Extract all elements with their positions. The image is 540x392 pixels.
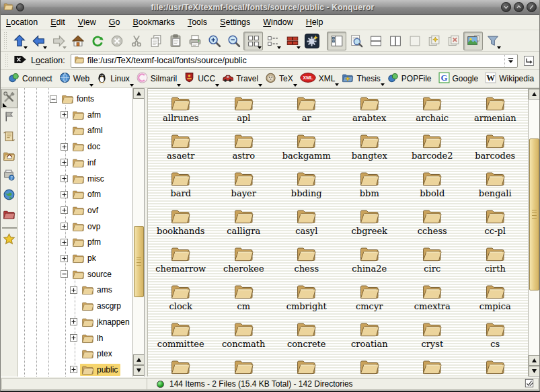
list-view-caret[interactable]: [277, 46, 281, 49]
bookmark-popfile[interactable]: POPFile: [385, 71, 435, 87]
location-input[interactable]: file:/usr/TeX/texmf-local/fonts/source/p…: [87, 56, 502, 65]
status-marker-icon[interactable]: [525, 379, 534, 390]
folder-asaetr[interactable]: asaetr: [149, 129, 213, 167]
tree-expander-plus[interactable]: [61, 175, 68, 182]
icon-view-caret[interactable]: [258, 46, 262, 49]
bookmark-tex[interactable]: TeX: [263, 71, 297, 87]
tree-item-source[interactable]: source: [18, 266, 132, 282]
folder-barcode2[interactable]: barcode2: [401, 129, 464, 167]
tree-item-ptex[interactable]: ptex: [18, 346, 132, 362]
folder-cbgreek[interactable]: cbgreek: [338, 204, 401, 242]
split-view-left-right-button[interactable]: [385, 32, 405, 50]
tree-item-body[interactable]: misc: [71, 173, 107, 185]
up-button[interactable]: [9, 32, 29, 50]
minimize-button[interactable]: [501, 2, 511, 12]
scroll-down-arrow[interactable]: [529, 366, 539, 377]
close-button[interactable]: [527, 2, 537, 12]
scroll-up-arrow[interactable]: [133, 88, 145, 99]
sidebar-tab-services[interactable]: ♪: [1, 167, 17, 186]
sidebar-tab-bookmarks-star[interactable]: [1, 231, 17, 250]
tree-expander-plus[interactable]: [70, 318, 77, 325]
tree-item-body[interactable]: afm: [71, 109, 104, 121]
folder-clock[interactable]: clock: [149, 280, 213, 317]
folder-committee[interactable]: committee: [149, 317, 213, 355]
cut-button[interactable]: [126, 32, 146, 50]
tree-item-public[interactable]: public: [18, 362, 132, 377]
tree-item-ovf[interactable]: ovf: [18, 202, 132, 219]
tree-expander-plus[interactable]: [61, 111, 68, 118]
bookmark-thesis[interactable]: Thesis: [340, 71, 383, 86]
tree-item-inf[interactable]: inf: [18, 155, 132, 171]
main-scrollbar-thumb[interactable]: [529, 139, 539, 290]
konqueror-gear-icon[interactable]: [302, 32, 321, 50]
bookmark-ucc[interactable]: UCC: [182, 71, 219, 87]
folder-bookhands[interactable]: bookhands: [149, 204, 213, 242]
tree-item-body[interactable]: ptex: [80, 348, 115, 360]
folder-bbold[interactable]: bbold: [401, 167, 464, 204]
forward-dropdown-caret[interactable]: [63, 46, 67, 49]
folder-bbm[interactable]: bbm: [338, 167, 401, 204]
folder-clipped[interactable]: [149, 355, 213, 377]
tree-selection[interactable]: public: [80, 364, 120, 376]
folder-clipped[interactable]: [401, 355, 464, 377]
menu-edit[interactable]: Edit: [50, 17, 65, 27]
folder-concmath[interactable]: concmath: [213, 317, 276, 355]
location-combobox[interactable]: file:/usr/TeX/texmf-local/fonts/source/p…: [71, 54, 518, 68]
bookmark-connect[interactable]: Connect: [6, 71, 56, 87]
back-button[interactable]: [29, 32, 48, 50]
folder-cmextra[interactable]: cmextra: [401, 280, 464, 317]
tree-expander-plus[interactable]: [70, 334, 77, 342]
tree-expander-minus[interactable]: [61, 270, 68, 278]
folder-cryst[interactable]: cryst: [401, 317, 464, 355]
tree-expander-plus[interactable]: [70, 286, 77, 294]
folder-clipped[interactable]: [275, 355, 338, 377]
show-sidebar-button[interactable]: [327, 32, 346, 50]
tree-item-body[interactable]: ovp: [71, 221, 103, 233]
folder-ar[interactable]: ar: [275, 91, 338, 129]
multicolumn-view-caret[interactable]: [297, 46, 301, 49]
tree-expander-minus[interactable]: [50, 95, 57, 103]
back-dropdown-caret[interactable]: [43, 46, 47, 49]
folder-concrete[interactable]: concrete: [275, 317, 338, 355]
sidebar-tab-network[interactable]: [1, 186, 17, 206]
menu-tools[interactable]: Tools: [188, 17, 207, 27]
folder-clipped[interactable]: [213, 355, 276, 377]
folder-bard[interactable]: bard: [149, 167, 213, 204]
menu-bookmarks[interactable]: Bookmarks: [132, 17, 175, 27]
tree-expander-plus[interactable]: [61, 255, 68, 262]
folder-cmpica[interactable]: cmpica: [464, 280, 527, 317]
tree-item-pfm[interactable]: pfm: [18, 234, 132, 250]
folder-cm[interactable]: cm: [213, 280, 276, 317]
folder-cc-pl[interactable]: cc-pl: [464, 204, 527, 242]
reload-button[interactable]: [87, 32, 107, 50]
bookmark-silmaril[interactable]: Silmaril: [134, 71, 180, 87]
main-scrollbar[interactable]: [528, 89, 539, 377]
tree-item-body[interactable]: lh: [80, 332, 106, 344]
folder-clipped[interactable]: [464, 355, 527, 377]
sidebar-tab-home-folder[interactable]: [1, 147, 17, 167]
up-dropdown-caret[interactable]: [24, 46, 28, 49]
sidebar-tab-tools[interactable]: [1, 89, 17, 108]
folder-croatian[interactable]: croatian: [338, 317, 401, 355]
bookmark-linux[interactable]: Linux: [94, 71, 133, 87]
location-dropdown-arrow[interactable]: [504, 55, 516, 67]
menu-settings[interactable]: Settings: [220, 17, 250, 27]
remove-view-button[interactable]: [405, 32, 424, 50]
maximize-button[interactable]: [514, 2, 524, 12]
folder-casyl[interactable]: casyl: [275, 204, 338, 242]
tree-scrollbar[interactable]: [132, 88, 144, 377]
list-view-button[interactable]: [263, 32, 282, 50]
tree-item-body[interactable]: ams: [80, 284, 115, 296]
folder-cmcyr[interactable]: cmcyr: [338, 280, 401, 317]
folder-cherokee[interactable]: cherokee: [213, 242, 276, 280]
clear-location-icon[interactable]: [13, 54, 27, 67]
tree-item-body[interactable]: source: [71, 268, 114, 280]
scroll-up-arrow[interactable]: [529, 89, 539, 100]
tree-expander-plus[interactable]: [61, 223, 68, 230]
tree-item-ams[interactable]: ams: [18, 282, 132, 298]
tree-item-fonts[interactable]: fonts: [18, 91, 132, 107]
folder-arabtex[interactable]: arabtex: [338, 91, 401, 129]
folder-clipped[interactable]: [338, 355, 401, 377]
tree-scrollbar-thumb[interactable]: [134, 226, 144, 297]
folder-bangtex[interactable]: bangtex: [338, 129, 401, 167]
